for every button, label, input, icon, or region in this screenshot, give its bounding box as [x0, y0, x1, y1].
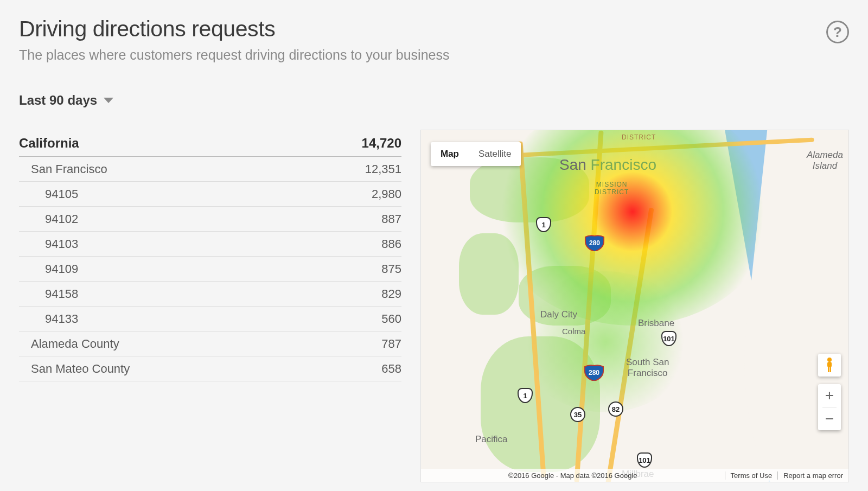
help-button[interactable]: ? — [826, 21, 849, 43]
map-terms-link[interactable]: Terms of Use — [725, 471, 778, 480]
table-row[interactable]: San Mateo County658 — [19, 356, 401, 381]
svg-point-0 — [827, 358, 832, 362]
route-shield-i280: 280 — [584, 365, 604, 381]
pegman-button[interactable] — [818, 354, 841, 377]
location-value: 658 — [381, 362, 401, 376]
location-value: 787 — [381, 337, 401, 351]
page-subtitle: The places where customers request drivi… — [19, 47, 826, 63]
route-shield-ca35: 35 — [570, 407, 585, 422]
map-type-switcher: Map Satellite — [431, 142, 521, 166]
table-row[interactable]: 94103886 — [19, 232, 401, 257]
location-value: 2,980 — [372, 187, 401, 201]
location-value: 12,351 — [365, 162, 401, 176]
map-copyright: ©2016 Google - Map data ©2016 Google — [421, 471, 725, 480]
table-row[interactable]: 94158829 — [19, 282, 401, 307]
location-value: 560 — [381, 312, 401, 326]
svg-rect-3 — [830, 367, 832, 372]
locations-table: California 14,720 San Francisco12,351941… — [19, 130, 401, 482]
question-icon: ? — [833, 24, 842, 41]
location-name: California — [19, 136, 79, 151]
location-value: 886 — [381, 237, 401, 251]
plus-icon: + — [825, 387, 834, 404]
location-name: San Mateo County — [19, 362, 130, 376]
location-value: 887 — [381, 212, 401, 226]
date-range-dropdown[interactable]: Last 90 days — [19, 93, 113, 108]
zoom-out-button[interactable]: − — [818, 407, 841, 430]
location-name: 94158 — [19, 287, 78, 301]
table-row[interactable]: San Francisco12,351 — [19, 157, 401, 182]
map-park — [470, 157, 589, 222]
map-report-link[interactable]: Report a map error — [777, 471, 848, 480]
location-name: 94102 — [19, 212, 78, 226]
zoom-control: + − — [818, 384, 841, 430]
table-row[interactable]: Alameda County787 — [19, 331, 401, 356]
map-tab-satellite[interactable]: Satellite — [469, 142, 521, 166]
map-park — [459, 233, 519, 315]
date-range-label: Last 90 days — [19, 93, 97, 108]
map-tab-map[interactable]: Map — [431, 142, 469, 166]
location-value: 14,720 — [362, 136, 401, 151]
svg-rect-2 — [828, 367, 829, 372]
svg-rect-1 — [827, 362, 832, 367]
pegman-icon — [824, 357, 835, 373]
location-name: San Francisco — [19, 162, 107, 176]
table-row[interactable]: 94133560 — [19, 307, 401, 331]
zoom-in-button[interactable]: + — [818, 384, 841, 407]
map-attribution: ©2016 Google - Map data ©2016 Google Ter… — [421, 469, 848, 482]
location-name: Alameda County — [19, 337, 119, 351]
location-name: 94105 — [19, 187, 78, 201]
location-name: 94133 — [19, 312, 78, 326]
location-name: 94103 — [19, 237, 78, 251]
page-title: Driving directions requests — [19, 16, 826, 42]
table-row-state[interactable]: California 14,720 — [19, 130, 401, 157]
route-shield-ca82: 82 — [608, 401, 623, 417]
location-name: 94109 — [19, 262, 78, 276]
minus-icon: − — [825, 410, 834, 428]
location-value: 829 — [381, 287, 401, 301]
table-row[interactable]: 94109875 — [19, 257, 401, 282]
heatmap-map[interactable]: DISTRICT San Francisco MISSION DISTRICT … — [420, 130, 849, 482]
table-row[interactable]: 94102887 — [19, 207, 401, 232]
chevron-down-icon — [104, 98, 113, 103]
table-row[interactable]: 941052,980 — [19, 182, 401, 207]
route-shield-i280: 280 — [584, 235, 605, 251]
location-value: 875 — [381, 262, 401, 276]
